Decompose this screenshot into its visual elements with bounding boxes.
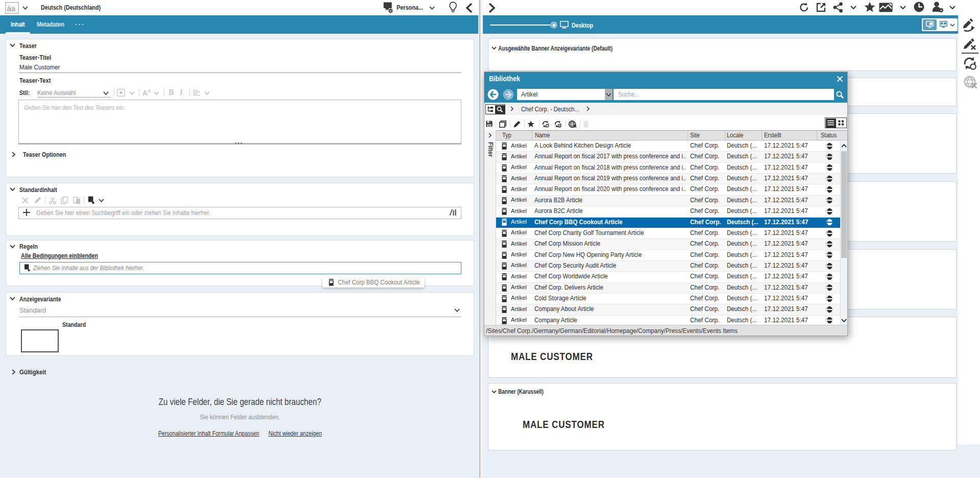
svg-text:àa: àa bbox=[7, 4, 16, 13]
